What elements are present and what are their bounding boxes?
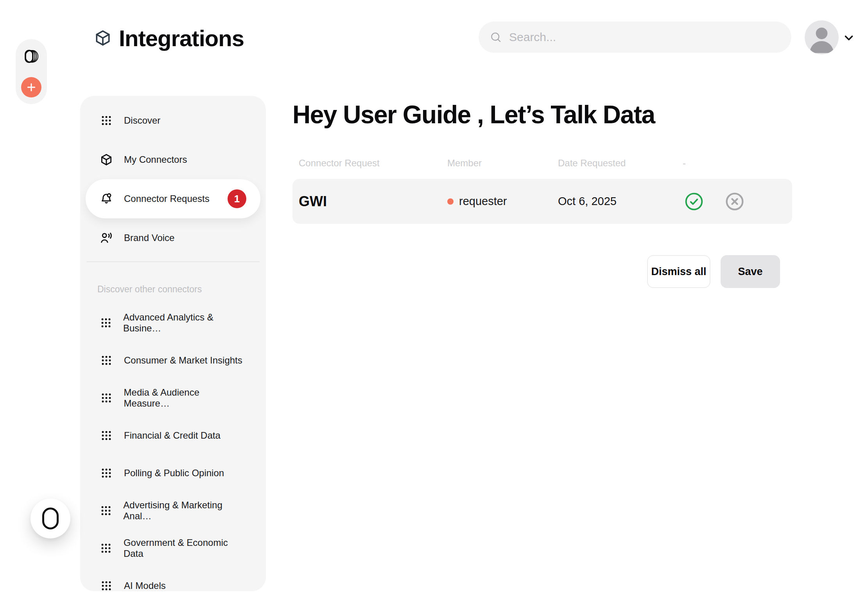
page-header: Integrations [94,24,244,52]
sidebar-item-label: Advertising & Marketing Anal… [123,500,246,522]
o-logo-icon [42,507,59,530]
grid-icon [100,391,113,405]
sidebar-item-category-consumer-market[interactable]: Consumer & Market Insights [86,342,260,379]
grid-icon [100,316,112,329]
column-member: Member [447,158,558,169]
connector-requests-table: Connector Request Member Date Requested … [292,156,792,224]
table-row: GWI requester Oct 6, 2025 [292,179,792,224]
sidebar-item-category-media-audience[interactable]: Media & Audience Measure… [86,379,260,417]
grid-icon [100,429,113,442]
page-title: Integrations [119,25,244,51]
column-actions: - [683,158,792,169]
sidebar-item-label: Financial & Credit Data [124,430,221,441]
grid-icon [100,542,113,555]
sidebar-item-label: Connector Requests [124,193,210,204]
sidebar-item-label: Discover [124,115,160,126]
member-cell: requester [447,195,558,208]
sidebar-item-label: Government & Economic Data [124,537,246,559]
sidebar-item-category-advertising-marketing[interactable]: Advertising & Marketing Anal… [86,492,260,529]
member-role: requester [459,195,507,208]
grid-icon [100,114,113,127]
brand-logo-icon[interactable] [22,47,40,65]
main-heading: Hey User Guide , Let’s Talk Data [292,100,655,129]
cube-icon [94,29,112,47]
grid-icon [100,354,113,367]
cube-icon [100,153,113,166]
sidebar-item-brand-voice[interactable]: Brand Voice [86,218,260,257]
connector-name: GWI [299,193,447,210]
sidebar-item-label: Advanced Analytics & Busine… [123,312,246,334]
sidebar-item-label: Brand Voice [124,232,174,243]
x-circle-icon [725,191,745,212]
sidebar-item-label: Consumer & Market Insights [124,355,242,366]
sidebar-item-label: Polling & Public Opinion [124,468,224,479]
grid-icon [100,579,113,591]
dismiss-request-button[interactable] [725,191,745,212]
sidebar-item-label: Media & Audience Measure… [124,387,246,409]
chevron-down-icon[interactable] [842,31,855,45]
row-actions [683,191,792,212]
actions-bar: Dismiss all Save [292,255,792,288]
grid-icon [100,504,112,517]
date-requested: Oct 6, 2025 [558,195,683,208]
grid-icon [100,466,113,480]
member-status-dot [447,198,454,205]
notification-badge: 1 [228,189,246,208]
sidebar-item-category-polling-opinion[interactable]: Polling & Public Opinion [86,454,260,492]
category-list: Advanced Analytics & Busine… Consumer & … [80,304,266,591]
column-date-requested: Date Requested [558,158,683,169]
sidebar-item-my-connectors[interactable]: My Connectors [86,140,260,179]
plus-icon [25,81,37,93]
check-circle-icon [684,191,704,212]
app-rail [16,39,47,104]
sidebar-divider [86,261,260,262]
sidebar-item-discover[interactable]: Discover [86,101,260,140]
column-connector-request: Connector Request [299,158,447,169]
search-input[interactable] [509,31,780,44]
bell-icon [100,192,113,205]
integrations-page: Integrations Discover [0,0,868,612]
search-bar[interactable] [479,22,791,53]
sidebar-item-category-government-economic[interactable]: Government & Economic Data [86,529,260,567]
sidebar-item-label: AI Models [124,580,166,591]
sidebar-item-category-financial-credit[interactable]: Financial & Credit Data [86,417,260,454]
dismiss-all-button[interactable]: Dismiss all [647,255,710,288]
sidebar-item-category-advanced-analytics[interactable]: Advanced Analytics & Busine… [86,304,260,342]
sidebar-item-category-ai-models[interactable]: AI Models [86,567,260,591]
user-avatar-icon [805,20,839,54]
add-button[interactable] [21,77,41,97]
sidebar-item-connector-requests[interactable]: Connector Requests 1 [86,179,260,218]
chat-widget-button[interactable] [30,499,70,538]
approve-request-button[interactable] [684,191,704,212]
person-voice-icon [100,231,113,245]
sidebar: Discover My Connectors Connector Req [80,96,266,591]
user-avatar[interactable] [805,20,839,54]
sidebar-section-label: Discover other connectors [97,284,266,295]
table-header: Connector Request Member Date Requested … [292,156,792,171]
save-button[interactable]: Save [721,255,780,288]
search-icon [490,31,502,43]
sidebar-item-label: My Connectors [124,154,187,165]
